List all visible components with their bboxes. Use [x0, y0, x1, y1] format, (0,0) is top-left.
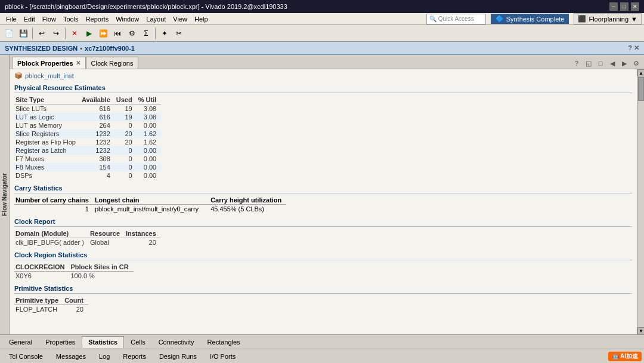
reset-button[interactable]: ⏮: [111, 27, 124, 40]
table-row: F8 Muxes15400.00: [14, 163, 161, 171]
close-button[interactable]: ✕: [631, 2, 639, 11]
tab-clock-regions[interactable]: Clock Regions: [86, 57, 139, 69]
menu-edit[interactable]: Edit: [20, 13, 39, 24]
menu-window[interactable]: Window: [112, 13, 143, 24]
action-button-2[interactable]: ✂: [172, 27, 185, 40]
carry-col-empty: [203, 196, 209, 205]
table-cell: 308: [80, 155, 115, 163]
scroll-track[interactable]: [637, 76, 644, 327]
stop-button[interactable]: ✕: [68, 27, 81, 40]
table-cell: 0: [115, 163, 137, 171]
maximize-button[interactable]: □: [620, 2, 628, 11]
primitive-stats-header: Primitive Statistics: [14, 285, 632, 294]
chevron-down-icon: ▼: [631, 16, 637, 23]
table-row: DSPs400.00: [14, 171, 161, 180]
menu-view[interactable]: View: [169, 13, 191, 24]
table-cell: X0Y6: [14, 272, 70, 281]
tab-tcl-console[interactable]: Tcl Console: [2, 350, 49, 362]
clock-tab-label: Clock Regions: [91, 60, 134, 67]
settings-button[interactable]: ⚙: [125, 27, 138, 40]
table-row: LUT as Logic616193.08: [14, 113, 161, 121]
action-button-1[interactable]: ✦: [158, 27, 171, 40]
floorplanning-dropdown[interactable]: ⬛ Floorplanning ▼: [574, 13, 642, 24]
table-cell: Global: [89, 238, 125, 247]
tab-messages[interactable]: Messages: [49, 350, 92, 362]
tab-bar: Pblock Properties ✕ Clock Regions ? ◱ □ …: [10, 55, 644, 69]
tab-rectangles[interactable]: Rectangles: [201, 336, 247, 348]
table-cell: [203, 205, 209, 214]
clock-region-stats-table: CLOCKREGION Pblock Sites in CR X0Y6100.0…: [14, 263, 134, 280]
new-button[interactable]: 📄: [2, 27, 16, 40]
save-button[interactable]: 💾: [17, 27, 30, 40]
carry-col-longest: Longest chain: [94, 196, 203, 205]
tab-general[interactable]: General: [2, 336, 39, 348]
minimize-button[interactable]: ─: [609, 2, 618, 11]
clock-report-table: Domain (Module) Resource Instances clk_I…: [14, 229, 161, 247]
tab-reports[interactable]: Reports: [116, 350, 153, 362]
quick-access-input[interactable]: 🔍 Quick Access: [426, 14, 486, 24]
table-row: F7 Muxes30800.00: [14, 155, 161, 163]
menu-file[interactable]: File: [2, 13, 20, 24]
sigma-button[interactable]: Σ: [140, 27, 153, 40]
tab-gear-icon[interactable]: ⚙: [631, 58, 642, 69]
tab-undock-icon[interactable]: ◱: [583, 58, 594, 69]
table-cell: Register as Latch: [14, 146, 80, 155]
table-row: Register as Latch123200.00: [14, 146, 161, 155]
tab-connectivity[interactable]: Connectivity: [152, 336, 201, 348]
flow-navigator-panel[interactable]: Flow Navigator: [0, 55, 10, 334]
window-controls: ─ □ ✕: [609, 2, 639, 11]
floorplanning-label: Floorplanning: [589, 16, 628, 23]
menu-tools[interactable]: Tools: [60, 13, 82, 24]
table-cell: F8 Muxes: [14, 163, 80, 171]
table-cell: 20: [125, 238, 161, 247]
content-area: Pblock Properties ✕ Clock Regions ? ◱ □ …: [10, 55, 644, 334]
synth-design-bar: SYNTHESIZED DESIGN • xc7z100ffv900-1 ? ✕: [0, 42, 644, 55]
tab-log[interactable]: Log: [92, 350, 116, 362]
scroll-up-arrow[interactable]: ▲: [637, 69, 644, 76]
device-label: xc7z100ffv900-1: [85, 45, 135, 52]
table-cell: 1232: [80, 130, 115, 138]
table-cell: 616: [80, 104, 115, 113]
undo-button[interactable]: ↩: [35, 27, 48, 40]
tab-cells[interactable]: Cells: [124, 336, 151, 348]
close-tab-icon[interactable]: ✕: [76, 60, 80, 66]
tab-help-icon[interactable]: ?: [571, 58, 582, 69]
tab-properties[interactable]: Properties: [39, 336, 82, 348]
synthesis-label: Synthesis Complete: [506, 16, 565, 23]
ai-label: 🤖 AI加速: [608, 352, 642, 361]
scroll-down-arrow[interactable]: ▼: [637, 327, 644, 334]
right-scrollbar[interactable]: ▲ ▼: [637, 69, 644, 334]
table-cell: 616: [80, 113, 115, 121]
tab-action-buttons: ? ◱ □ ◀ ▶ ⚙: [571, 58, 642, 69]
tab-forward-icon[interactable]: ▶: [619, 58, 630, 69]
help-icon[interactable]: ? ✕: [628, 44, 639, 52]
tab-back-icon[interactable]: ◀: [607, 58, 618, 69]
tab-pblock-properties[interactable]: Pblock Properties ✕: [12, 57, 86, 69]
title-bar: pblock - [/scratch/pingboard/Design/expe…: [0, 0, 644, 13]
tab-statistics[interactable]: Statistics: [82, 336, 124, 348]
menu-reports[interactable]: Reports: [82, 13, 113, 24]
table-cell: 3.08: [137, 113, 162, 121]
table-cell: 20: [63, 305, 88, 314]
cr-col-name: CLOCKREGION: [14, 263, 70, 272]
synth-design-label: SYNTHESIZED DESIGN: [5, 45, 78, 52]
table-cell: 3.08: [137, 104, 162, 113]
tab-design-runs[interactable]: Design Runs: [153, 350, 203, 362]
table-cell: Register as Flip Flop: [14, 138, 80, 146]
menu-help[interactable]: Help: [191, 13, 212, 24]
menu-layout[interactable]: Layout: [143, 13, 169, 24]
scroll-thumb[interactable]: [638, 77, 644, 101]
refresh-button[interactable]: ▶: [82, 27, 95, 40]
menu-flow[interactable]: Flow: [39, 13, 60, 24]
carry-stats-table: Number of carry chains Longest chain Car…: [14, 196, 286, 213]
redo-button[interactable]: ↪: [49, 27, 63, 40]
tab-fullscreen-icon[interactable]: □: [595, 58, 606, 69]
clock-region-stats-header: Clock Region Statistics: [14, 251, 632, 260]
tab-io-ports[interactable]: I/O Ports: [203, 350, 242, 362]
step-button[interactable]: ⏩: [97, 27, 110, 40]
flow-navigator-label: Flow Navigator: [1, 173, 8, 216]
toolbar-separator-1: [32, 27, 33, 39]
bottom-tab-bar: General Properties Statistics Cells Conn…: [0, 334, 644, 349]
clock-col-domain: Domain (Module): [14, 229, 89, 238]
table-cell: 4: [80, 171, 115, 180]
